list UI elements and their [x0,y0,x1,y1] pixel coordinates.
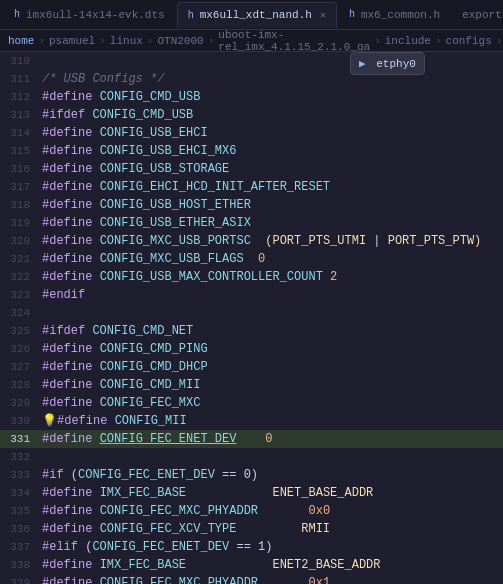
breadcrumb: home › psamuel › linux › OTN2000 › uboot… [0,30,503,52]
tab-evk[interactable]: h imx6ull-14x14-evk.dts [4,2,175,28]
table-row: 327 #define CONFIG_CMD_DHCP [0,358,503,376]
warning-icon: 💡 [42,414,57,428]
table-row: 319 #define CONFIG_USB_ETHER_ASIX [0,214,503,232]
code-editor: 310 311 /* USB Configs */ 312 #define CO… [0,52,503,584]
tab-nand[interactable]: h mx6ull_xdt_nand.h ✕ [177,2,337,28]
tab-label: mx6ull_xdt_nand.h [200,9,312,21]
table-row: 330 💡#define CONFIG_MII [0,412,503,430]
table-row: 316 #define CONFIG_USB_STORAGE [0,160,503,178]
table-row: 310 [0,52,503,70]
file-icon: h [14,9,20,20]
table-row: 315 #define CONFIG_USB_EHCI_MX6 [0,142,503,160]
table-row: 339 #define CONFIG_FEC_MXC_PHYADDR 0x1 [0,574,503,584]
table-row: 318 #define CONFIG_USB_HOST_ETHER [0,196,503,214]
table-row: 335 #define CONFIG_FEC_MXC_PHYADDR 0x0 [0,502,503,520]
file-icon: h [349,9,355,20]
dropdown-item[interactable]: etphy0 [376,58,416,70]
table-row: 312 #define CONFIG_CMD_USB [0,88,503,106]
breadcrumb-dropdown[interactable]: etphy0 [350,52,425,75]
table-row: 324 [0,304,503,322]
tab-label: imx6ull-14x14-evk.dts [26,9,165,21]
tab-bar: h imx6ull-14x14-evk.dts h mx6ull_xdt_nan… [0,0,503,30]
table-row: 311 /* USB Configs */ [0,70,503,88]
file-icon: h [188,10,194,21]
tab-exports[interactable]: exports [452,2,503,28]
table-row: 317 #define CONFIG_EHCI_HCD_INIT_AFTER_R… [0,178,503,196]
table-row: 329 #define CONFIG_FEC_MXC [0,394,503,412]
table-row: 332 [0,448,503,466]
table-row: 320 #define CONFIG_MXC_USB_PORTSC (PORT_… [0,232,503,250]
tab-common[interactable]: h mx6_common.h [339,2,450,28]
table-row: 336 #define CONFIG_FEC_XCV_TYPE RMII [0,520,503,538]
table-row: 314 #define CONFIG_USB_EHCI [0,124,503,142]
tab-close-button[interactable]: ✕ [320,9,326,21]
tab-label: exports [462,9,503,21]
table-row: 325 #ifdef CONFIG_CMD_NET [0,322,503,340]
table-row: 321 #define CONFIG_MXC_USB_FLAGS 0 [0,250,503,268]
table-row: 331 #define CONFIG_FEC_ENET_DEV 0 [0,430,503,448]
table-row: 323 #endif [0,286,503,304]
table-row: 338 #define IMX_FEC_BASE ENET2_BASE_ADDR [0,556,503,574]
table-row: 334 #define IMX_FEC_BASE ENET_BASE_ADDR [0,484,503,502]
table-row: 328 #define CONFIG_CMD_MII [0,376,503,394]
table-row: 337 #elif (CONFIG_FEC_ENET_DEV == 1) [0,538,503,556]
tab-label: mx6_common.h [361,9,440,21]
table-row: 322 #define CONFIG_USB_MAX_CONTROLLER_CO… [0,268,503,286]
table-row: 313 #ifdef CONFIG_CMD_USB [0,106,503,124]
table-row: 326 #define CONFIG_CMD_PING [0,340,503,358]
table-row: 333 #if (CONFIG_FEC_ENET_DEV == 0) [0,466,503,484]
